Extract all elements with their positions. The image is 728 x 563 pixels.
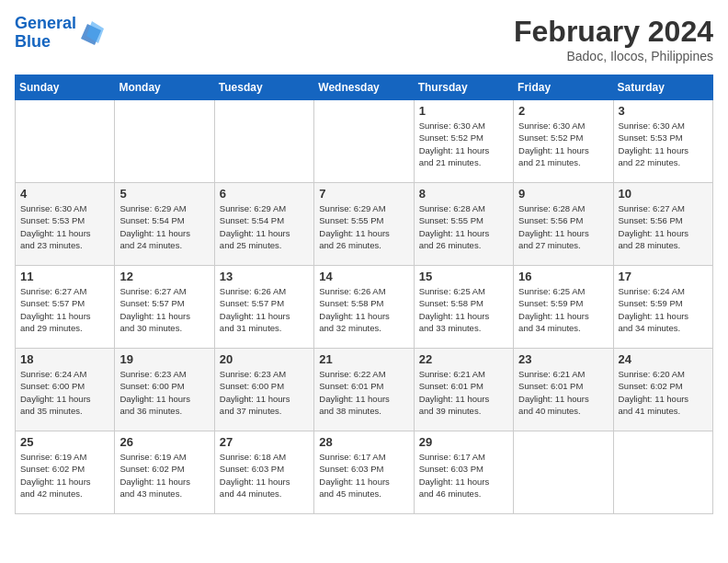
day-detail: Sunrise: 6:29 AMSunset: 5:54 PMDaylight:… bbox=[119, 202, 209, 251]
calendar-cell: 1Sunrise: 6:30 AMSunset: 5:52 PMDaylight… bbox=[414, 100, 513, 183]
day-detail: Sunrise: 6:17 AMSunset: 6:03 PMDaylight:… bbox=[319, 451, 408, 500]
calendar-cell: 9Sunrise: 6:28 AMSunset: 5:56 PMDaylight… bbox=[514, 183, 613, 266]
calendar-body: 1Sunrise: 6:30 AMSunset: 5:52 PMDaylight… bbox=[16, 100, 713, 514]
calendar-cell: 12Sunrise: 6:27 AMSunset: 5:57 PMDayligh… bbox=[115, 266, 214, 349]
calendar-cell: 13Sunrise: 6:26 AMSunset: 5:57 PMDayligh… bbox=[214, 266, 313, 349]
weekday-header-tuesday: Tuesday bbox=[214, 75, 313, 100]
day-number: 11 bbox=[20, 270, 109, 283]
calendar-cell bbox=[514, 431, 613, 514]
day-number: 4 bbox=[20, 187, 109, 201]
day-detail: Sunrise: 6:24 AMSunset: 6:00 PMDaylight:… bbox=[20, 368, 109, 417]
day-detail: Sunrise: 6:23 AMSunset: 6:00 PMDaylight:… bbox=[220, 368, 309, 417]
calendar-cell: 23Sunrise: 6:21 AMSunset: 6:01 PMDayligh… bbox=[514, 349, 613, 431]
calendar-cell: 18Sunrise: 6:24 AMSunset: 6:00 PMDayligh… bbox=[16, 349, 115, 431]
month-year: February 2024 bbox=[514, 15, 713, 49]
calendar-cell: 2Sunrise: 6:30 AMSunset: 5:52 PMDaylight… bbox=[514, 100, 613, 183]
calendar-cell: 14Sunrise: 6:26 AMSunset: 5:58 PMDayligh… bbox=[314, 266, 414, 349]
weekday-header-row: SundayMondayTuesdayWednesdayThursdayFrid… bbox=[16, 75, 713, 100]
calendar-week-1: 4Sunrise: 6:30 AMSunset: 5:53 PMDaylight… bbox=[16, 183, 713, 266]
calendar-cell: 5Sunrise: 6:29 AMSunset: 5:54 PMDaylight… bbox=[115, 183, 214, 266]
day-detail: Sunrise: 6:30 AMSunset: 5:52 PMDaylight:… bbox=[419, 120, 508, 168]
day-number: 17 bbox=[619, 270, 708, 283]
calendar-cell bbox=[314, 100, 414, 183]
day-number: 18 bbox=[20, 352, 109, 366]
day-number: 28 bbox=[319, 435, 408, 449]
calendar-cell: 21Sunrise: 6:22 AMSunset: 6:01 PMDayligh… bbox=[314, 349, 414, 431]
day-detail: Sunrise: 6:30 AMSunset: 5:53 PMDaylight:… bbox=[20, 202, 109, 251]
calendar-header: SundayMondayTuesdayWednesdayThursdayFrid… bbox=[16, 75, 713, 100]
calendar-cell: 3Sunrise: 6:30 AMSunset: 5:53 PMDaylight… bbox=[613, 100, 712, 183]
day-detail: Sunrise: 6:30 AMSunset: 5:53 PMDaylight:… bbox=[619, 120, 708, 168]
calendar-cell: 20Sunrise: 6:23 AMSunset: 6:00 PMDayligh… bbox=[214, 349, 313, 431]
weekday-header-thursday: Thursday bbox=[414, 75, 513, 100]
day-number: 5 bbox=[119, 187, 209, 201]
day-number: 2 bbox=[518, 104, 608, 118]
day-number: 3 bbox=[619, 104, 708, 118]
calendar-cell: 28Sunrise: 6:17 AMSunset: 6:03 PMDayligh… bbox=[314, 431, 414, 514]
calendar-cell: 16Sunrise: 6:25 AMSunset: 5:59 PMDayligh… bbox=[514, 266, 613, 349]
calendar-week-2: 11Sunrise: 6:27 AMSunset: 5:57 PMDayligh… bbox=[16, 266, 713, 349]
day-number: 12 bbox=[119, 270, 209, 283]
calendar-cell: 8Sunrise: 6:28 AMSunset: 5:55 PMDaylight… bbox=[414, 183, 513, 266]
day-number: 23 bbox=[518, 352, 608, 366]
day-detail: Sunrise: 6:25 AMSunset: 5:58 PMDaylight:… bbox=[419, 285, 508, 334]
day-detail: Sunrise: 6:28 AMSunset: 5:56 PMDaylight:… bbox=[518, 202, 608, 251]
day-number: 26 bbox=[119, 435, 209, 449]
day-number: 8 bbox=[419, 187, 508, 201]
day-detail: Sunrise: 6:22 AMSunset: 6:01 PMDaylight:… bbox=[319, 368, 408, 417]
location: Badoc, Ilocos, Philippines bbox=[514, 49, 713, 63]
day-number: 7 bbox=[319, 187, 408, 201]
day-detail: Sunrise: 6:24 AMSunset: 5:59 PMDaylight:… bbox=[619, 285, 708, 334]
day-number: 22 bbox=[419, 352, 508, 366]
day-detail: Sunrise: 6:26 AMSunset: 5:58 PMDaylight:… bbox=[319, 285, 408, 334]
day-number: 16 bbox=[518, 270, 608, 283]
calendar-cell: 11Sunrise: 6:27 AMSunset: 5:57 PMDayligh… bbox=[16, 266, 115, 349]
day-number: 21 bbox=[319, 352, 408, 366]
day-detail: Sunrise: 6:21 AMSunset: 6:01 PMDaylight:… bbox=[419, 368, 508, 417]
day-number: 20 bbox=[220, 352, 309, 366]
day-number: 25 bbox=[20, 435, 109, 449]
day-detail: Sunrise: 6:27 AMSunset: 5:56 PMDaylight:… bbox=[619, 202, 708, 251]
day-number: 15 bbox=[419, 270, 508, 283]
day-number: 9 bbox=[518, 187, 608, 201]
day-number: 14 bbox=[319, 270, 408, 283]
calendar-cell bbox=[16, 100, 115, 183]
calendar-week-4: 25Sunrise: 6:19 AMSunset: 6:02 PMDayligh… bbox=[16, 431, 713, 514]
weekday-header-wednesday: Wednesday bbox=[314, 75, 414, 100]
weekday-header-sunday: Sunday bbox=[16, 75, 115, 100]
calendar-cell: 29Sunrise: 6:17 AMSunset: 6:03 PMDayligh… bbox=[414, 431, 513, 514]
calendar-cell: 19Sunrise: 6:23 AMSunset: 6:00 PMDayligh… bbox=[115, 349, 214, 431]
calendar-cell: 26Sunrise: 6:19 AMSunset: 6:02 PMDayligh… bbox=[115, 431, 214, 514]
day-detail: Sunrise: 6:30 AMSunset: 5:52 PMDaylight:… bbox=[518, 120, 608, 168]
day-detail: Sunrise: 6:29 AMSunset: 5:55 PMDaylight:… bbox=[319, 202, 408, 251]
day-detail: Sunrise: 6:19 AMSunset: 6:02 PMDaylight:… bbox=[20, 451, 109, 500]
day-detail: Sunrise: 6:21 AMSunset: 6:01 PMDaylight:… bbox=[518, 368, 608, 417]
day-number: 1 bbox=[419, 104, 508, 118]
logo: General Blue bbox=[15, 15, 106, 52]
day-detail: Sunrise: 6:27 AMSunset: 5:57 PMDaylight:… bbox=[119, 285, 209, 334]
calendar-cell: 6Sunrise: 6:29 AMSunset: 5:54 PMDaylight… bbox=[214, 183, 313, 266]
day-detail: Sunrise: 6:27 AMSunset: 5:57 PMDaylight:… bbox=[20, 285, 109, 334]
day-detail: Sunrise: 6:18 AMSunset: 6:03 PMDaylight:… bbox=[220, 451, 309, 500]
logo-text: General Blue bbox=[15, 15, 76, 52]
calendar-week-0: 1Sunrise: 6:30 AMSunset: 5:52 PMDaylight… bbox=[16, 100, 713, 183]
day-number: 29 bbox=[419, 435, 508, 449]
calendar-cell bbox=[613, 431, 712, 514]
calendar-cell bbox=[214, 100, 313, 183]
title-area: February 2024 Badoc, Ilocos, Philippines bbox=[514, 15, 713, 63]
day-detail: Sunrise: 6:28 AMSunset: 5:55 PMDaylight:… bbox=[419, 202, 508, 251]
day-number: 10 bbox=[619, 187, 708, 201]
calendar-week-3: 18Sunrise: 6:24 AMSunset: 6:00 PMDayligh… bbox=[16, 349, 713, 431]
calendar-cell: 25Sunrise: 6:19 AMSunset: 6:02 PMDayligh… bbox=[16, 431, 115, 514]
calendar-cell: 10Sunrise: 6:27 AMSunset: 5:56 PMDayligh… bbox=[613, 183, 712, 266]
day-detail: Sunrise: 6:25 AMSunset: 5:59 PMDaylight:… bbox=[518, 285, 608, 334]
day-detail: Sunrise: 6:26 AMSunset: 5:57 PMDaylight:… bbox=[220, 285, 309, 334]
day-detail: Sunrise: 6:23 AMSunset: 6:00 PMDaylight:… bbox=[119, 368, 209, 417]
calendar-cell: 22Sunrise: 6:21 AMSunset: 6:01 PMDayligh… bbox=[414, 349, 513, 431]
calendar-cell: 24Sunrise: 6:20 AMSunset: 6:02 PMDayligh… bbox=[613, 349, 712, 431]
calendar-cell: 15Sunrise: 6:25 AMSunset: 5:58 PMDayligh… bbox=[414, 266, 513, 349]
day-detail: Sunrise: 6:29 AMSunset: 5:54 PMDaylight:… bbox=[220, 202, 309, 251]
calendar-cell: 17Sunrise: 6:24 AMSunset: 5:59 PMDayligh… bbox=[613, 266, 712, 349]
day-number: 13 bbox=[220, 270, 309, 283]
day-number: 19 bbox=[119, 352, 209, 366]
